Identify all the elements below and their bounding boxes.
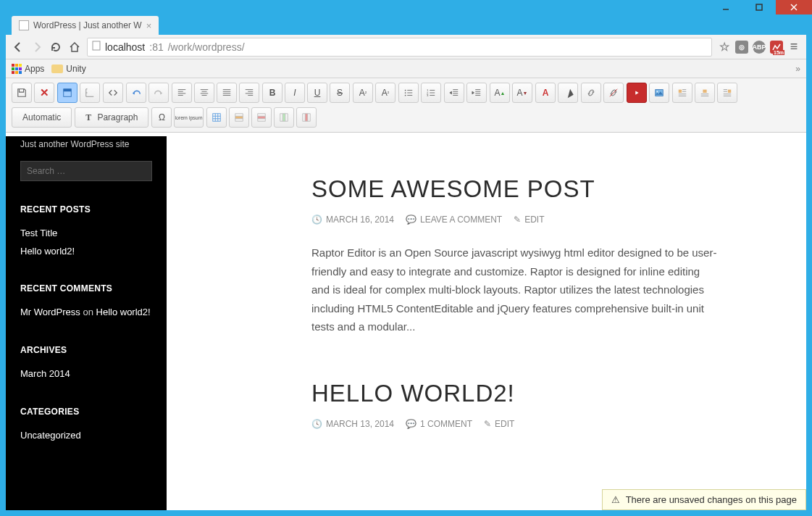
svg-rect-4 [93,41,100,50]
post-body[interactable]: Raptor Editor is an Open Source javascri… [311,244,717,336]
table-col-delete-button[interactable] [296,107,317,128]
window-close-button[interactable] [776,0,812,14]
recent-post-link[interactable]: Test Title [20,228,57,238]
widget-heading: CATEGORIES [20,407,152,417]
bookmarks-bar: Apps Unity » [6,59,806,78]
text-color-button[interactable]: A [535,83,556,103]
special-char-button[interactable]: Ω [151,107,172,128]
undo-button[interactable] [126,83,146,103]
url-path: /work/wordpress/ [168,41,245,53]
svg-rect-21 [257,116,265,119]
editor-toolbar: ✕ [6,78,806,133]
extension-icon[interactable]: ◎ [735,41,748,54]
save-button[interactable] [12,83,32,103]
unity-bookmark[interactable]: Unity [51,64,85,74]
browser-chrome: WordPress | Just another W × localhost:8… [6,14,806,510]
table-col-insert-button[interactable] [274,107,294,128]
align-left-button[interactable] [172,83,192,103]
table-row-insert-button[interactable] [229,107,249,128]
back-button[interactable] [12,41,25,54]
tab-close-icon[interactable]: × [146,20,152,31]
redo-button[interactable] [148,83,169,103]
svg-rect-22 [282,114,285,122]
link-button[interactable] [581,83,601,103]
comment-post-link[interactable]: Hello world2! [96,307,151,317]
chrome-menu-button[interactable]: ≡ [787,41,800,54]
post-title[interactable]: SOME AWESOME POST [311,175,717,203]
unlink-button[interactable] [603,83,624,103]
browser-tab[interactable]: WordPress | Just another W × [12,16,159,35]
table-insert-button[interactable] [206,107,227,128]
post-comments-link[interactable]: 💬1 COMMENT [406,419,472,429]
main-content: SOME AWESOME POST 🕓MARCH 16, 2014 💬LEAVE… [167,136,806,510]
page-icon [19,20,29,30]
underline-button[interactable]: U [307,83,327,103]
clear-format-button[interactable]: ◢ [558,83,578,103]
folder-icon [51,64,63,73]
tag-selector[interactable]: TParagraph [75,107,148,128]
float-right-button[interactable] [717,83,737,103]
ul-button[interactable] [398,83,419,103]
post-comments-link[interactable]: 💬LEAVE A COMMENT [406,215,502,225]
minimize-button[interactable] [709,0,742,14]
comment-icon: 💬 [406,215,417,225]
source-button[interactable] [103,83,123,103]
apps-bookmark[interactable]: Apps [12,64,44,74]
post-title[interactable]: HELLO WORLD2! [311,380,717,407]
widget-heading: RECENT POSTS [20,204,152,215]
italic-button[interactable]: I [285,83,305,103]
strike-button[interactable]: S [330,83,350,103]
dock-button[interactable] [57,83,78,103]
post-meta: 🕓MARCH 13, 2014 💬1 COMMENT ✎EDIT [311,419,717,429]
superscript-button[interactable]: A² [353,83,373,103]
post-meta: 🕓MARCH 16, 2014 💬LEAVE A COMMENT ✎EDIT [311,215,717,225]
category-link[interactable]: Uncategorized [20,430,81,441]
insert-image-button[interactable] [649,83,669,103]
embed-video-button[interactable] [627,83,647,103]
align-right-button[interactable] [239,83,259,103]
outdent-button[interactable] [444,83,464,103]
bold-button[interactable]: B [262,83,282,103]
guides-button[interactable] [80,83,100,103]
extension-badge-icon[interactable]: 15m [770,41,783,54]
page-viewport: ✕ [6,78,806,510]
post-date[interactable]: 🕓MARCH 13, 2014 [311,419,394,429]
apps-grid-icon [12,64,22,74]
font-decrease-button[interactable]: A▼ [512,83,532,103]
abp-extension-icon[interactable]: ABP [753,41,766,54]
notice-text: There are unsaved changes on this page [626,494,797,505]
home-button[interactable] [68,41,81,54]
archives-widget: ARCHIVES March 2014 [20,345,152,383]
class-selector[interactable]: Automatic [12,107,72,128]
pencil-icon: ✎ [484,419,491,429]
float-none-button[interactable] [695,83,715,103]
lorem-button[interactable]: lorem ipsum [174,107,203,128]
forward-button[interactable] [30,41,43,54]
subscript-button[interactable]: A² [375,83,395,103]
address-bar[interactable]: localhost:81/work/wordpress/ [87,38,712,57]
post-date[interactable]: 🕓MARCH 16, 2014 [311,215,394,225]
float-left-button[interactable] [672,83,692,103]
table-row-delete-button[interactable] [251,107,272,128]
svg-rect-23 [305,114,308,122]
bookmarks-overflow-icon[interactable]: » [795,64,800,74]
bookmark-star-icon[interactable]: ☆ [718,41,731,54]
cancel-button[interactable]: ✕ [34,83,54,103]
align-center-button[interactable] [194,83,214,103]
categories-widget: CATEGORIES Uncategorized [20,407,152,445]
font-increase-button[interactable]: A▲ [490,83,510,103]
post-edit-link[interactable]: ✎EDIT [484,419,514,429]
archive-link[interactable]: March 2014 [20,368,70,379]
svg-point-9 [405,95,406,96]
widget-heading: ARCHIVES [20,345,152,355]
search-input[interactable] [20,161,152,181]
reload-button[interactable] [49,41,62,54]
recent-posts-widget: RECENT POSTS Test Title Hello world2! [20,204,152,260]
maximize-button[interactable] [742,0,776,14]
ol-button[interactable]: 123 [421,83,441,103]
indent-button[interactable] [466,83,487,103]
post-edit-link[interactable]: ✎EDIT [514,215,544,225]
align-justify-button[interactable] [217,83,237,103]
comment-author-link[interactable]: Mr WordPress [20,307,80,317]
recent-post-link[interactable]: Hello world2! [20,246,75,257]
